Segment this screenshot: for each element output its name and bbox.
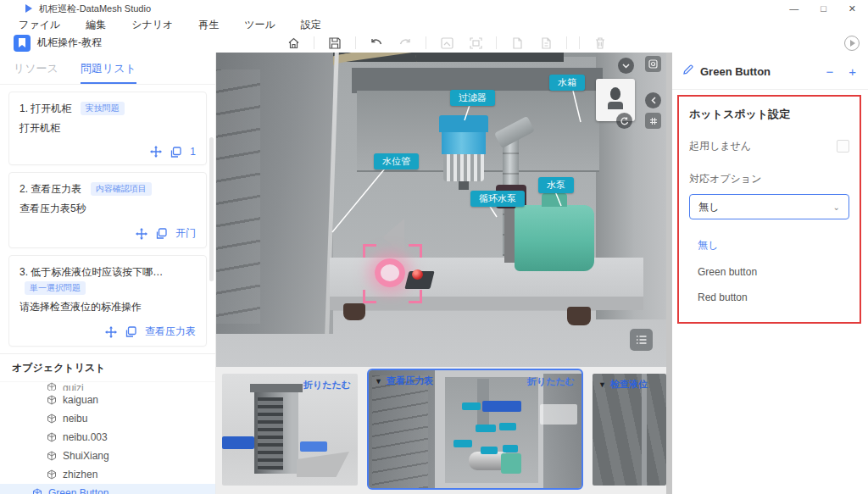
mini-label-chip <box>503 445 518 452</box>
duplicate-icon[interactable] <box>125 326 136 337</box>
hotspot-label-circulating-pump[interactable]: 循环水泵 <box>470 191 525 207</box>
scene-thumbnail-3[interactable]: ▼ 检查液位 <box>593 374 666 486</box>
option-dropdown-list: 無し Green button Red button <box>689 228 849 310</box>
question-action-label[interactable]: 开门 <box>175 226 196 241</box>
object-item-kaiguan[interactable]: kaiguan <box>0 391 215 409</box>
green-button-highlight[interactable] <box>375 258 405 287</box>
scene-thumbnail-2-selected[interactable]: ▼ 查看压力表 折りたたむ <box>367 369 583 490</box>
scene-thumbnail-1[interactable]: 折りたたむ <box>222 374 358 486</box>
question-card-1[interactable]: 1. 打开机柜 実技問題 打开机柜 1 <box>8 92 207 165</box>
move-icon[interactable] <box>150 146 162 158</box>
menu-tools[interactable]: ツール <box>244 18 275 32</box>
hotspot-label-water-tank[interactable]: 水箱 <box>549 75 585 91</box>
menu-bar: ファイル 編集 シナリオ 再生 ツール 設定 <box>0 17 868 33</box>
duplicate-icon[interactable] <box>170 147 181 158</box>
object-list-header: オブジェクトリスト <box>0 353 215 382</box>
remove-component-button[interactable]: − <box>826 64 833 79</box>
toolbar: 机柜操作-教程 <box>0 33 868 53</box>
menu-play[interactable]: 再生 <box>198 18 219 32</box>
reset-view-button[interactable] <box>616 113 632 129</box>
minimize-button[interactable]: — <box>789 3 798 14</box>
save-icon[interactable] <box>326 36 343 51</box>
object-item-neibu-003[interactable]: neibu.003 <box>0 428 215 447</box>
menu-settings[interactable]: 設定 <box>301 18 321 32</box>
mini-label-chip <box>476 425 496 432</box>
title-bar: 机柜巡检-DataMesh Studio — □ ✕ <box>0 0 868 17</box>
object-item-zhizhen[interactable]: zhizhen <box>0 465 215 484</box>
disable-hotspot-checkbox[interactable] <box>837 140 849 153</box>
panel-splitter[interactable] <box>666 53 672 494</box>
menu-edit[interactable]: 編集 <box>86 18 106 32</box>
red-button-3d[interactable] <box>412 269 423 280</box>
play-preview-button[interactable] <box>844 36 860 51</box>
toolbar-separator <box>496 36 497 49</box>
page-copy-icon[interactable] <box>509 36 526 51</box>
left-scrollbar[interactable] <box>209 137 214 281</box>
focus-view-button[interactable] <box>645 56 661 72</box>
object-item-guizi[interactable]: guizi <box>0 382 215 391</box>
menu-file[interactable]: ファイル <box>19 18 60 32</box>
question-card-2[interactable]: 2. 查看压力表 内容確認項目 查看压力表5秒 开门 <box>8 172 207 248</box>
question-type-badge: 単一選択問題 <box>25 281 86 295</box>
option-red-button[interactable]: Red button <box>689 285 849 310</box>
project-name: 机柜操作-教程 <box>37 36 102 50</box>
question-action-label[interactable]: 1 <box>190 146 196 158</box>
mini-label-chip <box>222 436 254 449</box>
tab-question-list[interactable]: 問題リスト <box>81 61 136 84</box>
add-component-button[interactable]: + <box>849 64 856 79</box>
caret-down-icon: ▼ <box>598 380 606 389</box>
scene-banner-label[interactable]: 检查液位 <box>610 378 648 391</box>
mini-label-chip <box>300 441 327 452</box>
object-item-neibu[interactable]: neibu <box>0 409 215 428</box>
right-panel: Green Button − + ホットスポット設定 起用しません 対応オプショ… <box>672 53 868 494</box>
mini-label-chip <box>453 440 472 447</box>
home-icon[interactable] <box>285 36 302 51</box>
insert-media-icon[interactable] <box>438 36 455 51</box>
option-none[interactable]: 無し <box>689 231 849 259</box>
duplicate-icon[interactable] <box>156 228 167 239</box>
toolbar-separator <box>566 36 567 49</box>
option-select[interactable]: 無し ⌄ <box>689 194 849 219</box>
scene-list-button[interactable] <box>630 329 653 351</box>
select-frame-icon[interactable] <box>467 36 484 51</box>
question-title: 2. 查看压力表 <box>19 183 81 195</box>
question-action-label[interactable]: 查看压力表 <box>145 325 196 339</box>
tab-resources[interactable]: リソース <box>14 61 58 84</box>
page-duplicate-icon[interactable] <box>537 36 554 51</box>
maximize-button[interactable]: □ <box>821 3 826 14</box>
collapse-link[interactable]: 折りたたむ <box>527 375 575 388</box>
close-button[interactable]: ✕ <box>849 3 856 14</box>
question-type-badge: 内容確認項目 <box>91 182 152 196</box>
edit-pencil-icon[interactable] <box>682 64 693 79</box>
object-item-shuixiang[interactable]: ShuiXiang <box>0 447 215 465</box>
option-green-button[interactable]: Green button <box>689 259 849 285</box>
disable-hotspot-label: 起用しません <box>689 139 751 153</box>
caret-down-icon: ▼ <box>375 377 382 386</box>
object-item-green-button[interactable]: Green Button <box>0 484 215 494</box>
rotate-left-button[interactable] <box>645 92 661 108</box>
grid-view-button[interactable] <box>645 113 661 129</box>
collapse-link[interactable]: 折りたたむ <box>303 379 351 391</box>
delete-icon[interactable] <box>592 36 609 51</box>
3d-viewport[interactable]: 水箱 过滤器 水位管 循环水泵 水泵 <box>216 53 666 367</box>
hotspot-label-pump[interactable]: 水泵 <box>538 177 574 193</box>
undo-icon[interactable] <box>368 36 385 51</box>
question-card-3[interactable]: 3. 低于标准液位时应该按下哪… 単一選択問題 请选择检查液位的标准操作 查看压… <box>8 255 207 347</box>
chevron-down-icon: ⌄ <box>833 203 840 212</box>
mini-cabinet-cap <box>250 384 303 392</box>
hotspot-label-water-level-tube[interactable]: 水位管 <box>374 153 419 169</box>
avatar-head-gizmo <box>607 87 624 113</box>
move-icon[interactable] <box>136 228 147 240</box>
hotspot-label-filter[interactable]: 过滤器 <box>450 90 495 106</box>
mini-label-chip <box>482 401 521 412</box>
redo-icon[interactable] <box>397 36 414 51</box>
scene-banner-label[interactable]: 查看压力表 <box>387 375 433 387</box>
mini-cabinet-slats <box>258 397 283 470</box>
mini-info-box <box>540 404 577 425</box>
move-icon[interactable] <box>105 326 117 338</box>
collapse-gizmo-button[interactable] <box>618 58 634 74</box>
annotation-red-box: ホットスポット設定 起用しません 対応オプション 無し ⌄ 無し Green b… <box>677 95 861 324</box>
toolbar-separator <box>355 36 356 49</box>
menu-scenario[interactable]: シナリオ <box>131 18 173 32</box>
window-title: 机柜巡检-DataMesh Studio <box>39 3 151 15</box>
